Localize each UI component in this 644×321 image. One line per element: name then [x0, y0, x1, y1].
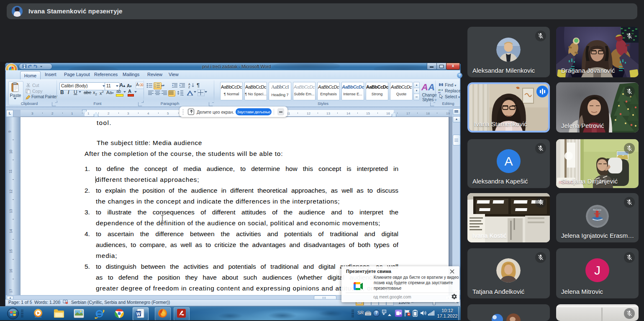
svg-text:W: W [136, 312, 141, 316]
svg-text:3: 3 [154, 86, 156, 88]
svg-text:Z: Z [188, 86, 190, 88]
svg-text:ReCamp: ReCamp [593, 209, 601, 211]
svg-text:A: A [188, 83, 190, 86]
svg-text:ac: ac [438, 91, 441, 93]
